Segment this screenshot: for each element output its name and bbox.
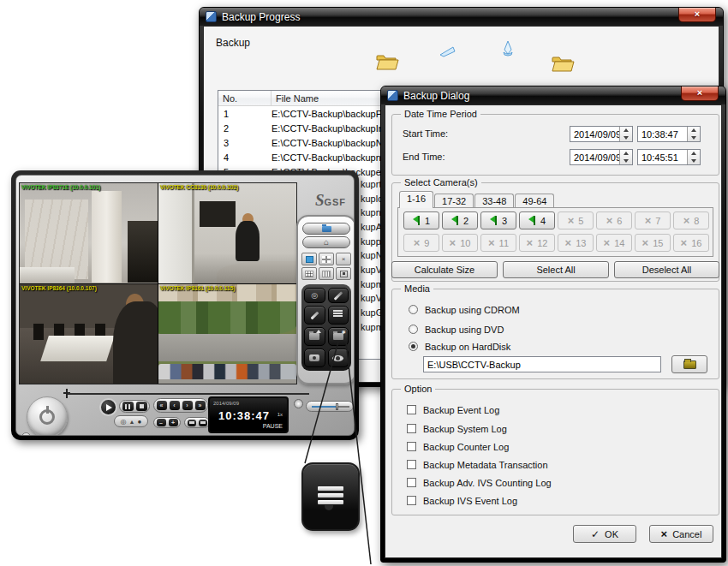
- column-header-filename[interactable]: File Name: [272, 93, 323, 104]
- mode-a-button[interactable]: [188, 420, 196, 426]
- zoom-out-button[interactable]: –: [157, 419, 166, 426]
- pause-button[interactable]: [122, 402, 134, 411]
- volume-slider[interactable]: [306, 401, 354, 412]
- checkbox-event-log-label[interactable]: Backup Event Log: [423, 405, 499, 415]
- start-date-spinner[interactable]: [619, 127, 632, 141]
- camera-button-11[interactable]: ×11: [480, 234, 516, 252]
- select-all-button[interactable]: Select All: [503, 261, 609, 278]
- camera-button-4[interactable]: 4: [519, 212, 555, 229]
- camera-button-12[interactable]: ×12: [519, 234, 555, 252]
- cancel-button[interactable]: × Cancel: [649, 525, 713, 543]
- marker-button[interactable]: ▲: [129, 419, 135, 425]
- skip-prev-button[interactable]: ‹: [170, 401, 180, 410]
- end-date-spinner[interactable]: [619, 150, 632, 164]
- zoom-in-button[interactable]: +: [169, 419, 178, 426]
- file-manage-button[interactable]: [328, 327, 349, 346]
- radio-cdrom-label[interactable]: Backup using CDROM: [425, 305, 520, 315]
- camera-button-8[interactable]: ×8: [673, 212, 709, 229]
- checkbox-ivs-event[interactable]: [407, 496, 416, 505]
- edit-button[interactable]: [304, 306, 325, 325]
- tab-33-48[interactable]: 33-48: [474, 194, 514, 208]
- camera-button-5[interactable]: ×5: [558, 212, 594, 229]
- radio-cdrom[interactable]: [409, 305, 418, 314]
- start-time-field[interactable]: 10:38:47: [637, 126, 701, 142]
- progress-close-button[interactable]: ×: [678, 8, 716, 22]
- end-date-field[interactable]: 2014/09/09: [570, 149, 633, 165]
- minimize-button[interactable]: –: [21, 432, 31, 436]
- audio-button[interactable]: [294, 399, 303, 408]
- skip-last-button[interactable]: »: [195, 401, 206, 410]
- radio-harddisk-label[interactable]: Backup on HardDisk: [425, 342, 510, 352]
- radio-dvd[interactable]: [409, 325, 418, 334]
- start-date-field[interactable]: 2014/09/09: [570, 126, 633, 142]
- end-time-spinner[interactable]: [687, 150, 700, 164]
- start-time-spinner[interactable]: [687, 127, 700, 141]
- checkbox-metadata-label[interactable]: Backup Metadata Transaction: [423, 460, 548, 470]
- backup-button[interactable]: [328, 306, 349, 325]
- camera-button-10[interactable]: ×10: [442, 234, 478, 252]
- skip-first-button[interactable]: «: [157, 401, 167, 410]
- tab-17-32[interactable]: 17-32: [434, 194, 474, 208]
- browse-folder-button[interactable]: [671, 355, 707, 373]
- camera-button-9[interactable]: ×9: [403, 234, 439, 252]
- dialog-titlebar[interactable]: Backup Dialog: [381, 86, 725, 104]
- column-header-no[interactable]: No.: [218, 91, 272, 105]
- checkbox-system-log[interactable]: [407, 424, 416, 433]
- tab-1-16[interactable]: 1-16: [399, 191, 433, 208]
- camera-button-6[interactable]: ×6: [596, 212, 632, 229]
- deselect-all-button[interactable]: Deselect All: [614, 261, 719, 278]
- view-button[interactable]: [328, 349, 349, 367]
- timeline-slider[interactable]: [68, 393, 309, 395]
- checkbox-event-log[interactable]: [407, 405, 416, 414]
- backup-button-callout[interactable]: [301, 462, 360, 531]
- layout-close-button[interactable]: ×: [336, 253, 351, 265]
- dot-button[interactable]: ●: [138, 418, 142, 426]
- mode-b-button[interactable]: [199, 420, 207, 426]
- camera-button-13[interactable]: ×13: [558, 234, 594, 252]
- radio-harddisk[interactable]: [409, 342, 418, 351]
- volume-handle[interactable]: [336, 403, 338, 410]
- checkbox-ivs-event-label[interactable]: Backup IVS Event Log: [423, 496, 517, 506]
- end-time-field[interactable]: 10:45:51: [637, 149, 701, 165]
- record-button[interactable]: ◎: [121, 418, 127, 426]
- skip-next-button[interactable]: ›: [182, 401, 193, 410]
- checkbox-counter-log-label[interactable]: Backup Counter Log: [423, 442, 509, 452]
- calculate-size-button[interactable]: Calculate Size: [391, 261, 498, 278]
- progress-titlebar[interactable]: Backup Progress: [200, 8, 723, 26]
- export-button[interactable]: [304, 327, 325, 346]
- dialog-close-button[interactable]: ×: [681, 86, 719, 101]
- camera-button-15[interactable]: ×15: [635, 234, 671, 252]
- layout-sixteen-button[interactable]: [319, 267, 334, 280]
- backup-path-input[interactable]: E:\USB\CCTV-Backup: [423, 356, 661, 372]
- power-button[interactable]: [27, 396, 68, 436]
- stop-button[interactable]: [136, 402, 147, 411]
- ok-button[interactable]: ✓ OK: [573, 525, 636, 543]
- camera-button-14[interactable]: ×14: [596, 234, 632, 252]
- checkbox-adv-ivs[interactable]: [407, 478, 416, 487]
- camera-button-2[interactable]: 2: [442, 212, 478, 229]
- time-search-button[interactable]: ◎: [304, 288, 325, 303]
- play-button[interactable]: [99, 398, 117, 416]
- checkbox-system-log-label[interactable]: Backup System Log: [423, 424, 507, 434]
- camera-button-7[interactable]: ×7: [635, 212, 671, 229]
- layout-quad-button[interactable]: [319, 253, 334, 265]
- checkbox-metadata[interactable]: [407, 460, 416, 469]
- tab-49-64[interactable]: 49-64: [515, 194, 554, 208]
- camera-button-16[interactable]: ×16: [673, 234, 709, 252]
- camera-view-3[interactable]: VIVOTEK IP8364 (10.0.0.107): [20, 284, 158, 384]
- snapshot-button[interactable]: [304, 349, 325, 367]
- camera-view-1[interactable]: VIVOTEK IP8371E (10.0.0.101): [20, 183, 158, 283]
- layout-single-button[interactable]: [301, 253, 317, 265]
- open-file-button[interactable]: [302, 223, 350, 235]
- settings-button[interactable]: [328, 288, 349, 303]
- layout-nine-button[interactable]: [301, 267, 317, 280]
- checkbox-counter-log[interactable]: [407, 442, 416, 451]
- radio-dvd-label[interactable]: Backup using DVD: [425, 325, 504, 335]
- camera-view-4[interactable]: VIVOTEK IP8161 (10.0.0.115): [158, 284, 296, 384]
- camera-button-3[interactable]: 3: [480, 212, 516, 229]
- checkbox-adv-ivs-label[interactable]: Backup Adv. IVS Counting Log: [423, 478, 552, 488]
- camera-button-1[interactable]: 1: [403, 212, 439, 229]
- layout-focus-button[interactable]: [336, 267, 351, 280]
- camera-view-2[interactable]: VIVOTEK CC8130 (10.0.0.102): [158, 183, 296, 283]
- home-button[interactable]: ⌂: [302, 236, 350, 248]
